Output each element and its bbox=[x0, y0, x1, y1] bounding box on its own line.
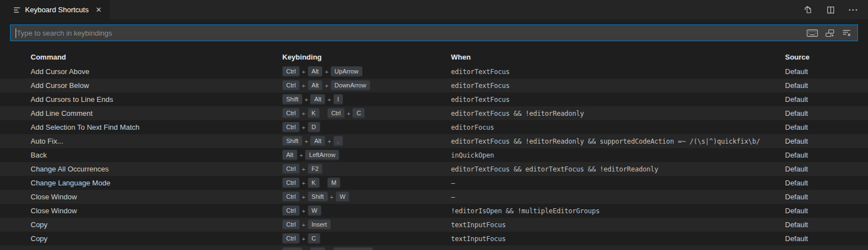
key-chip: DownArrow bbox=[334, 247, 373, 250]
table-row[interactable]: Auto Fix... Shift+Alt+. editorTextFocus … bbox=[0, 134, 868, 148]
when-cell: — bbox=[451, 179, 785, 187]
key-plus-separator: + bbox=[325, 82, 328, 89]
keybinding-cell: Shift+Alt+I bbox=[282, 94, 451, 105]
keybinding-cell: Ctrl+Alt+DownArrow bbox=[282, 80, 451, 91]
table-row[interactable]: Add Selection To Next Find Match Ctrl+D … bbox=[0, 120, 868, 134]
source-cell: Default bbox=[785, 81, 868, 90]
editor-tab-bar: Keyboard Shortcuts ✕ ··· bbox=[0, 0, 868, 19]
key-chip: UpArrow bbox=[331, 66, 362, 77]
key-chip: Ctrl bbox=[282, 122, 300, 133]
key-chip: M bbox=[327, 178, 340, 188]
tab-bar-spacer bbox=[110, 0, 802, 19]
command-cell: Change All Occurrences bbox=[31, 165, 282, 173]
key-chip: Ctrl bbox=[282, 219, 300, 230]
key-chip: C bbox=[308, 233, 320, 244]
source-cell: Default bbox=[785, 109, 868, 117]
keybinding-cell: Shift+Alt+. bbox=[282, 136, 451, 146]
tab-keyboard-shortcuts[interactable]: Keyboard Shortcuts ✕ bbox=[0, 0, 110, 19]
record-keys-icon[interactable] bbox=[806, 27, 818, 39]
when-cell: editorTextFocus bbox=[451, 82, 785, 90]
key-plus-separator: + bbox=[325, 68, 328, 75]
search-section bbox=[0, 19, 868, 41]
key-chip: Ctrl bbox=[282, 205, 300, 216]
keybinding-cell: Ctrl+W bbox=[282, 205, 451, 216]
keybinding-cell: Ctrl+KM bbox=[282, 178, 451, 188]
search-input[interactable] bbox=[17, 29, 806, 37]
key-plus-separator: + bbox=[327, 138, 331, 145]
source-cell: Default bbox=[785, 151, 868, 159]
key-chip: Ctrl bbox=[282, 233, 300, 244]
key-chip: Ctrl bbox=[282, 66, 300, 77]
table-row[interactable]: Shift+Alt+DownArrow bbox=[0, 246, 868, 250]
search-toolbar bbox=[806, 27, 853, 39]
key-chip: Alt bbox=[308, 80, 323, 91]
key-plus-separator: + bbox=[302, 110, 305, 117]
clear-search-icon[interactable] bbox=[841, 27, 853, 39]
table-row[interactable]: Close Window Ctrl+W !editorIsOpen && !mu… bbox=[0, 204, 868, 218]
key-chip: Alt bbox=[308, 66, 323, 77]
when-cell: editorTextFocus && !editorReadonly bbox=[451, 110, 785, 117]
close-icon[interactable]: ✕ bbox=[94, 6, 103, 14]
table-row[interactable]: Back Alt+LeftArrow inQuickOpen Default bbox=[0, 148, 868, 162]
key-chip: W bbox=[308, 205, 321, 216]
key-chip: Alt bbox=[310, 94, 325, 105]
key-chip: Ctrl bbox=[282, 80, 300, 91]
open-keybindings-json-icon[interactable] bbox=[802, 4, 813, 16]
key-plus-separator: + bbox=[302, 166, 305, 173]
key-chip: C bbox=[352, 108, 365, 119]
header-when: When bbox=[451, 53, 785, 61]
table-row[interactable]: Add Cursor Below Ctrl+Alt+DownArrow edit… bbox=[0, 79, 868, 92]
source-cell: Default bbox=[785, 234, 868, 243]
table-row[interactable]: Copy Ctrl+Insert textInputFocus Default bbox=[0, 218, 868, 232]
key-chip: K bbox=[308, 108, 320, 119]
table-row[interactable]: Add Cursors to Line Ends Shift+Alt+I edi… bbox=[0, 92, 868, 106]
source-cell: Default bbox=[785, 137, 868, 145]
source-cell: Default bbox=[785, 95, 868, 104]
command-cell: Close Window bbox=[31, 193, 282, 201]
editor-actions: ··· bbox=[802, 0, 868, 19]
table-row[interactable]: Add Cursor Above Ctrl+Alt+UpArrow editor… bbox=[0, 65, 868, 79]
source-cell: Default bbox=[785, 207, 868, 215]
when-cell: textInputFocus bbox=[451, 221, 785, 229]
more-actions-icon[interactable]: ··· bbox=[848, 4, 859, 16]
table-row[interactable]: Change Language Mode Ctrl+KM — Default bbox=[0, 176, 868, 190]
when-cell: editorTextFocus bbox=[451, 96, 785, 104]
source-cell: Default bbox=[785, 220, 868, 229]
key-chip: LeftArrow bbox=[305, 150, 339, 160]
table-row[interactable]: Change All Occurrences Ctrl+F2 editorTex… bbox=[0, 162, 868, 176]
key-plus-separator: + bbox=[347, 110, 350, 117]
header-command: Command bbox=[31, 53, 282, 61]
keybinding-cell: Ctrl+F2 bbox=[282, 164, 451, 174]
when-cell: editorTextFocus && editorTextFocus && !e… bbox=[451, 165, 785, 173]
command-cell: Add Cursor Above bbox=[31, 67, 282, 76]
sort-by-precedence-icon[interactable] bbox=[823, 27, 836, 39]
command-cell: Auto Fix... bbox=[31, 137, 282, 145]
key-chip: Alt bbox=[310, 247, 325, 250]
keybindings-editor-icon bbox=[13, 6, 21, 14]
when-cell: editorTextFocus bbox=[451, 68, 785, 76]
key-chip: Shift bbox=[308, 192, 328, 202]
key-chip: Shift bbox=[282, 247, 302, 250]
key-chip: Insert bbox=[308, 219, 331, 230]
when-cell: editorTextFocus && !editorReadonly && su… bbox=[451, 138, 785, 145]
split-editor-icon[interactable] bbox=[825, 4, 836, 16]
key-plus-separator: + bbox=[302, 236, 305, 242]
command-cell: Add Cursors to Line Ends bbox=[31, 95, 282, 104]
table-row[interactable]: Close Window Ctrl+Shift+W — Default bbox=[0, 190, 868, 204]
command-cell: Add Cursor Below bbox=[31, 81, 282, 90]
command-cell: Copy bbox=[31, 220, 282, 229]
key-chip: Shift bbox=[282, 94, 302, 105]
key-plus-separator: + bbox=[305, 138, 308, 145]
keybindings-table: Command Keybinding When Source Add Curso… bbox=[0, 49, 868, 250]
keybindings-table-body: Add Cursor Above Ctrl+Alt+UpArrow editor… bbox=[0, 65, 868, 250]
keybinding-cell: Ctrl+D bbox=[282, 122, 451, 133]
key-chip: Alt bbox=[282, 150, 297, 160]
table-row[interactable]: Add Line Comment Ctrl+KCtrl+C editorText… bbox=[0, 106, 868, 120]
header-source: Source bbox=[785, 53, 868, 61]
key-plus-separator: + bbox=[302, 124, 305, 131]
key-plus-separator: + bbox=[327, 96, 331, 103]
command-cell: Add Selection To Next Find Match bbox=[31, 123, 282, 131]
search-box[interactable] bbox=[10, 24, 858, 41]
table-row[interactable]: Copy Ctrl+C textInputFocus Default bbox=[0, 232, 868, 246]
header-keybinding: Keybinding bbox=[282, 53, 451, 61]
